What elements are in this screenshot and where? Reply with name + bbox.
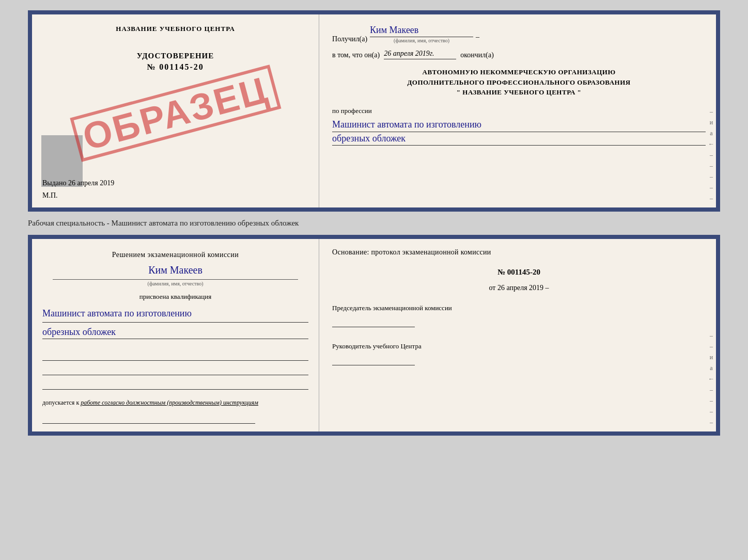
- specialty-label: Рабочая специальность - Машинист автомат…: [28, 217, 720, 230]
- vydano-label: Выдано: [42, 179, 67, 187]
- document-container: НАЗВАНИЕ УЧЕБНОГО ЦЕНТРА ОБРАЗЕЦ УДОСТОВ…: [28, 10, 720, 436]
- qual-profession-line1: Машинист автомата по изготовлению: [42, 306, 308, 323]
- cert-left-panel: НАЗВАНИЕ УЧЕБНОГО ЦЕНТРА ОБРАЗЕЦ УДОСТОВ…: [32, 14, 319, 207]
- dash-2: –: [546, 284, 549, 292]
- qual-left-panel: Решением экзаменационной комиссии Ким Ма…: [32, 239, 319, 431]
- blank-line-1: [42, 349, 308, 361]
- protocol-num: № 001145-20: [332, 268, 706, 277]
- dopusk-text: допускается к работе согласно должностны…: [42, 398, 308, 407]
- blank-line-2: [42, 364, 308, 375]
- v-tom-chto: в том, что он(а): [332, 51, 380, 59]
- qualification-card: Решением экзаменационной комиссии Ким Ма…: [28, 235, 720, 436]
- protocol-date: 26 апреля 2019: [497, 284, 543, 292]
- profession-block: по профессии Машинист автомата по изгото…: [332, 107, 706, 146]
- udostoverenie-label: УДОСТОВЕРЕНИЕ: [42, 52, 308, 60]
- org-block: АВТОНОМНУЮ НЕКОММЕРЧЕСКУЮ ОРГАНИЗАЦИЮ ДО…: [332, 67, 706, 98]
- school-name-left: НАЗВАНИЕ УЧЕБНОГО ЦЕНТРА: [42, 25, 308, 34]
- certificate-card: НАЗВАНИЕ УЧЕБНОГО ЦЕНТРА ОБРАЗЕЦ УДОСТОВ…: [28, 10, 720, 212]
- rukovoditel-sig-line: [332, 354, 415, 365]
- assigned-text: присвоена квалификация: [42, 293, 308, 301]
- date-line: в том, что он(а) 26 апреля 2019г. окончи…: [332, 50, 706, 59]
- fio-sublabel: (фамилия, имя, отчество): [370, 38, 473, 43]
- vydano-block: Выдано 26 апреля 2019: [42, 179, 308, 187]
- blank-line-3: [42, 378, 308, 390]
- mp-block: М.П.: [42, 191, 308, 200]
- osnov-text: Основание: протокол экзаменационной коми…: [332, 247, 706, 258]
- rukovoditel-block: Руководитель учебного Центра: [332, 342, 706, 365]
- okonchil-label: окончил(а): [460, 51, 494, 59]
- qual-side-deco: – – и а ← – – – –: [707, 239, 716, 431]
- qual-fio-sub: (фамилия, имя, отчество): [53, 279, 298, 286]
- poluchil-label: Получил(а): [332, 35, 367, 43]
- profession-line1: Машинист автомата по изготовлению: [332, 117, 706, 133]
- rukovoditel-label: Руководитель учебного Центра: [332, 342, 706, 351]
- qual-right-panel: Основание: протокол экзаменационной коми…: [319, 239, 716, 431]
- org-line1: АВТОНОМНУЮ НЕКОММЕРЧЕСКУЮ ОРГАНИЗАЦИЮ: [332, 67, 706, 77]
- decision-text: Решением экзаменационной комиссии: [42, 249, 308, 260]
- vydano-date: 26 апреля 2019: [68, 179, 114, 187]
- protocol-from: от: [489, 284, 495, 292]
- dopusk-label: допускается к: [42, 399, 79, 406]
- obrazets-stamp: ОБРАЗЕЦ: [70, 65, 281, 162]
- dopusk-italic: работе согласно должностным (производств…: [81, 399, 258, 406]
- date-value: 26 апреля 2019г.: [384, 50, 456, 59]
- predsedatel-sig-line: [332, 316, 415, 327]
- qual-profession-line2: обрезных обложек: [42, 327, 308, 339]
- recipient-line: Получил(а) Ким Макеев (фамилия, имя, отч…: [332, 25, 706, 43]
- cert-right-panel: Получил(а) Ким Макеев (фамилия, имя, отч…: [319, 14, 716, 207]
- org-line2: ДОПОЛНИТЕЛЬНОГО ПРОФЕССИОНАЛЬНОГО ОБРАЗО…: [332, 77, 706, 88]
- predsedatel-label: Председатель экзаменационной комиссии: [332, 303, 706, 313]
- person-name: Ким Макеев: [42, 264, 308, 276]
- blank-line-4: [42, 412, 255, 424]
- blank-lines: [42, 346, 308, 390]
- side-deco: – и а ← – – – – –: [707, 14, 716, 207]
- recipient-name: Ким Макеев: [370, 25, 473, 37]
- dash-1: –: [476, 33, 479, 43]
- protocol-date-line: от 26 апреля 2019 –: [332, 284, 706, 292]
- profession-line2: обрезных обложек: [332, 133, 706, 146]
- po-professii: по профессии: [332, 107, 372, 115]
- org-line3: " НАЗВАНИЕ УЧЕБНОГО ЦЕНТРА ": [332, 87, 706, 98]
- predsedatel-block: Председатель экзаменационной комиссии: [332, 303, 706, 327]
